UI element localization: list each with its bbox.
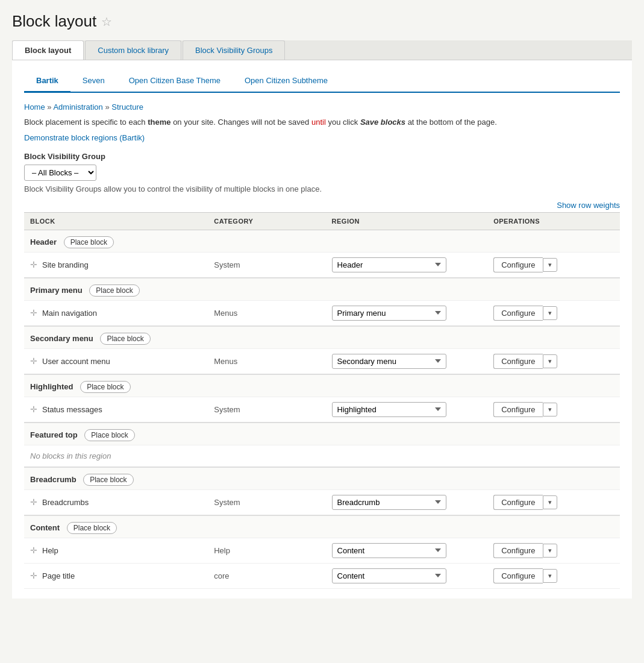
- place-block-button[interactable]: Place block: [100, 333, 150, 345]
- block-name: User account menu: [42, 357, 110, 366]
- drag-handle-icon[interactable]: ✛: [30, 260, 37, 269]
- operations-dropdown-button[interactable]: ▾: [543, 569, 557, 583]
- region-row: Breadcrumb Place block: [24, 467, 620, 490]
- region-select[interactable]: HeaderPrimary menuSecondary menuHighligh…: [332, 402, 446, 417]
- operations-dropdown-button[interactable]: ▾: [543, 403, 557, 416]
- drag-handle-icon[interactable]: ✛: [30, 404, 37, 414]
- region-name: Primary menu: [30, 286, 83, 295]
- block-name-cell: ✛ Site branding: [24, 252, 208, 278]
- block-name-cell: ✛ Help: [24, 538, 208, 563]
- region-name: Featured top: [30, 430, 78, 439]
- page-title: Block layout ☆: [12, 12, 632, 31]
- operations-dropdown-button[interactable]: ▾: [543, 258, 557, 272]
- region-select[interactable]: HeaderPrimary menuSecondary menuHighligh…: [332, 568, 446, 583]
- theme-tab-bar: Bartik Seven Open Citizen Base Theme Ope…: [24, 70, 620, 93]
- table-row: ✛ Status messages System HeaderPrimary m…: [24, 397, 620, 423]
- drag-handle-icon[interactable]: ✛: [30, 571, 37, 580]
- region-select[interactable]: HeaderPrimary menuSecondary menuHighligh…: [332, 257, 446, 272]
- region-select[interactable]: HeaderPrimary menuSecondary menuHighligh…: [332, 543, 446, 558]
- bvg-select-wrapper: – All Blocks –: [24, 165, 620, 181]
- breadcrumb: Home » Administration » Structure: [24, 102, 620, 112]
- theme-tab-open-citizen-subtheme[interactable]: Open Citizen Subtheme: [233, 70, 340, 93]
- configure-button[interactable]: Configure: [493, 568, 542, 583]
- operations-group: Configure ▾: [493, 543, 614, 558]
- block-region-cell: HeaderPrimary menuSecondary menuHighligh…: [326, 563, 488, 588]
- block-name: Breadcrumbs: [42, 498, 89, 507]
- bvg-label: Block Visibility Group: [24, 152, 620, 161]
- block-name: Status messages: [42, 405, 102, 414]
- operations-group: Configure ▾: [493, 306, 614, 321]
- theme-tab-bartik[interactable]: Bartik: [24, 70, 70, 93]
- drag-handle-icon[interactable]: ✛: [30, 545, 37, 555]
- breadcrumb-home[interactable]: Home: [24, 102, 45, 112]
- operations-group: Configure ▾: [493, 568, 614, 583]
- region-select[interactable]: HeaderPrimary menuSecondary menuHighligh…: [332, 354, 446, 369]
- drag-handle-icon[interactable]: ✛: [30, 308, 37, 318]
- tab-block-layout[interactable]: Block layout: [12, 40, 84, 60]
- table-row: ✛ User account menu Menus HeaderPrimary …: [24, 348, 620, 374]
- block-category: Help: [208, 538, 325, 563]
- table-row: ✛ Page title core HeaderPrimary menuSeco…: [24, 563, 620, 588]
- block-name-cell: ✛ Status messages: [24, 397, 208, 423]
- block-category: System: [208, 397, 325, 423]
- operations-group: Configure ▾: [493, 257, 614, 272]
- operations-dropdown-button[interactable]: ▾: [543, 495, 557, 509]
- operations-dropdown-button[interactable]: ▾: [543, 354, 557, 368]
- block-category: core: [208, 563, 325, 588]
- show-row-weights-link[interactable]: Show row weights: [24, 201, 620, 210]
- no-blocks-message: No blocks in this region: [24, 445, 620, 467]
- block-category: Menus: [208, 300, 325, 326]
- col-header-category: CATEGORY: [208, 212, 325, 230]
- content-area: Bartik Seven Open Citizen Base Theme Ope…: [12, 60, 632, 599]
- block-region-cell: HeaderPrimary menuSecondary menuHighligh…: [326, 489, 488, 515]
- theme-tab-open-citizen-base[interactable]: Open Citizen Base Theme: [117, 70, 233, 93]
- configure-button[interactable]: Configure: [493, 495, 542, 510]
- region-name: Header: [30, 237, 57, 247]
- breadcrumb-administration[interactable]: Administration: [53, 102, 102, 112]
- place-block-button[interactable]: Place block: [84, 429, 134, 441]
- configure-button[interactable]: Configure: [493, 543, 542, 558]
- configure-button[interactable]: Configure: [493, 306, 542, 321]
- region-name: Secondary menu: [30, 334, 93, 343]
- tab-custom-block-library[interactable]: Custom block library: [85, 40, 181, 60]
- tab-block-visibility-groups[interactable]: Block Visibility Groups: [183, 40, 285, 60]
- place-block-button[interactable]: Place block: [83, 474, 133, 486]
- table-row: ✛ Help Help HeaderPrimary menuSecondary …: [24, 538, 620, 563]
- block-name: Site branding: [42, 260, 89, 269]
- col-header-block: BLOCK: [24, 212, 208, 230]
- bvg-select[interactable]: – All Blocks –: [24, 165, 96, 181]
- bvg-description: Block Visibility Groups allow you to con…: [24, 184, 620, 193]
- operations-dropdown-button[interactable]: ▾: [543, 544, 557, 558]
- block-region-cell: HeaderPrimary menuSecondary menuHighligh…: [326, 397, 488, 423]
- place-block-button[interactable]: Place block: [89, 284, 139, 297]
- configure-button[interactable]: Configure: [493, 257, 542, 272]
- block-operations-cell: Configure ▾: [487, 300, 620, 326]
- block-category: System: [208, 489, 325, 515]
- block-name-cell: ✛ User account menu: [24, 348, 208, 374]
- table-row: ✛ Main navigation Menus HeaderPrimary me…: [24, 300, 620, 326]
- place-block-button[interactable]: Place block: [67, 522, 117, 534]
- demo-regions-link[interactable]: Demonstrate block regions (Bartik): [24, 133, 620, 142]
- drag-handle-icon[interactable]: ✛: [30, 497, 37, 507]
- region-row: Content Place block: [24, 515, 620, 538]
- operations-dropdown-button[interactable]: ▾: [543, 306, 557, 320]
- block-name-cell: ✛ Breadcrumbs: [24, 489, 208, 515]
- block-name-cell: ✛ Page title: [24, 563, 208, 588]
- operations-group: Configure ▾: [493, 402, 614, 417]
- block-operations-cell: Configure ▾: [487, 563, 620, 588]
- block-operations-cell: Configure ▾: [487, 348, 620, 374]
- configure-button[interactable]: Configure: [493, 354, 542, 369]
- place-block-button[interactable]: Place block: [64, 236, 114, 248]
- block-name: Main navigation: [42, 309, 97, 318]
- no-blocks-row: No blocks in this region: [24, 445, 620, 467]
- region-select[interactable]: HeaderPrimary menuSecondary menuHighligh…: [332, 495, 446, 510]
- drag-handle-icon[interactable]: ✛: [30, 356, 37, 366]
- region-select[interactable]: HeaderPrimary menuSecondary menuHighligh…: [332, 306, 446, 321]
- favorite-star-icon[interactable]: ☆: [101, 14, 112, 29]
- region-name: Highlighted: [30, 382, 73, 391]
- configure-button[interactable]: Configure: [493, 402, 542, 417]
- theme-tab-seven[interactable]: Seven: [70, 70, 117, 93]
- place-block-button[interactable]: Place block: [80, 381, 130, 393]
- col-header-operations: OPERATIONS: [487, 212, 620, 230]
- breadcrumb-structure[interactable]: Structure: [111, 102, 143, 112]
